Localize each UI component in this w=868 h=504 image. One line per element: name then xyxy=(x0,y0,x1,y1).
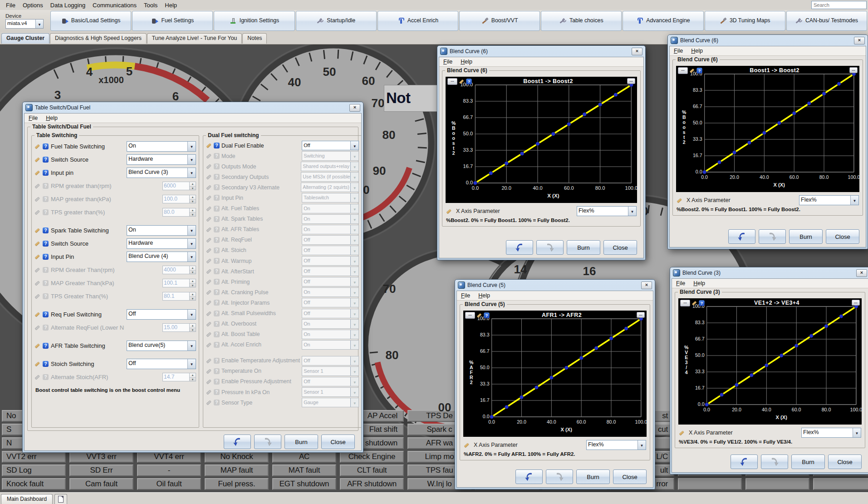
edit-icon[interactable] xyxy=(34,157,40,163)
x-axis-parameter-select[interactable]: Flex% xyxy=(801,428,861,438)
menu-item[interactable]: Help xyxy=(46,115,58,121)
param-select[interactable]: Hardware xyxy=(127,154,196,165)
chart-more-button[interactable] xyxy=(849,67,858,73)
blend-curve-chart[interactable]: Boost1 -> Boost2 % B o o s t 2 100.083.3… xyxy=(676,66,859,192)
blend-curve-dialog[interactable]: Blend Curve (6) FileHelp Blend Curve (6)… xyxy=(437,45,646,260)
param-select[interactable]: Switching xyxy=(302,151,359,161)
menu-item[interactable]: Help xyxy=(693,280,705,287)
help-icon[interactable] xyxy=(43,343,49,349)
param-select[interactable]: Hardware xyxy=(127,238,196,249)
param-select[interactable]: Sensor 1 xyxy=(302,366,359,376)
blend-curve-chart[interactable]: Boost1 -> Boost2 % B o o s t 2 100.083.3… xyxy=(446,77,637,203)
chart-plot[interactable]: 100.083.366.750.033.316.70.00.020.040.06… xyxy=(678,298,862,425)
redo-button[interactable] xyxy=(759,229,786,244)
burn-button[interactable]: Burn xyxy=(791,455,825,469)
edit-icon[interactable] xyxy=(206,143,212,148)
dialog-titlebar[interactable]: Blend Curve (5) xyxy=(456,280,653,291)
param-select[interactable]: Gauge xyxy=(302,398,359,407)
param-select[interactable]: Off xyxy=(127,359,196,369)
menu-item[interactable]: File xyxy=(676,280,685,287)
help-icon[interactable] xyxy=(43,227,49,233)
new-dashboard-button[interactable] xyxy=(54,494,67,504)
toolbar-button[interactable]: Fuel Settings xyxy=(132,11,213,31)
param-spinner[interactable]: 80.0 xyxy=(162,208,196,217)
close-button[interactable]: Close xyxy=(321,435,355,449)
spinner-buttons[interactable] xyxy=(190,195,196,203)
param-select[interactable]: On xyxy=(302,287,359,297)
blend-curve-chart[interactable]: VE1+2 -> VE3+4 % V E 3 / 4 100.083.366.7… xyxy=(678,298,862,425)
menu-item[interactable]: Tools xyxy=(141,1,161,10)
param-select[interactable]: Sensor 1 xyxy=(302,387,359,397)
param-select[interactable]: On xyxy=(302,340,359,350)
edit-icon[interactable] xyxy=(679,430,685,436)
undo-button[interactable] xyxy=(224,435,251,449)
x-axis-parameter-select[interactable]: Flex% xyxy=(799,195,859,205)
redo-button[interactable] xyxy=(761,455,788,469)
menu-item[interactable]: Help xyxy=(691,48,703,54)
param-select[interactable]: Use MS3x (if possible) xyxy=(301,172,359,182)
param-spinner[interactable]: 80.1 xyxy=(162,292,196,301)
help-icon[interactable] xyxy=(484,312,489,318)
dialog-titlebar[interactable]: Blend Curve (6) xyxy=(439,46,644,57)
dialog-titlebar[interactable]: Blend Curve (6) xyxy=(669,35,866,46)
chart-more-button[interactable] xyxy=(852,300,860,306)
param-spinner[interactable]: 100.0 xyxy=(162,195,196,203)
edit-icon[interactable] xyxy=(476,312,482,318)
menu-item[interactable]: Help xyxy=(478,292,490,299)
close-icon[interactable] xyxy=(641,282,652,289)
menu-item[interactable]: File xyxy=(443,59,452,65)
close-icon[interactable] xyxy=(856,269,867,277)
blend-curve-chart[interactable]: AFR1 -> AFR2 % A F R 2 100.083.366.750.0… xyxy=(463,311,647,437)
undo-button[interactable] xyxy=(731,455,758,469)
burn-button[interactable]: Burn xyxy=(284,435,318,449)
param-select[interactable]: Off xyxy=(302,235,359,245)
spinner-buttons[interactable] xyxy=(190,279,196,287)
help-icon[interactable] xyxy=(43,157,49,163)
param-select[interactable]: Off xyxy=(302,256,359,266)
param-select[interactable]: On xyxy=(302,319,359,329)
redo-button[interactable] xyxy=(546,469,573,484)
edit-icon[interactable] xyxy=(34,343,40,349)
edit-icon[interactable] xyxy=(34,227,40,233)
param-spinner[interactable]: 100.1 xyxy=(162,279,196,287)
edit-icon[interactable] xyxy=(34,143,40,149)
search-input[interactable] xyxy=(811,1,867,9)
param-select[interactable]: Shared outputs+relay xyxy=(301,162,359,171)
param-select[interactable]: Off xyxy=(302,267,359,276)
help-icon[interactable] xyxy=(43,143,49,149)
spinner-buttons[interactable] xyxy=(190,182,196,190)
menu-item[interactable]: Help xyxy=(162,1,180,10)
chart-more-button[interactable] xyxy=(627,78,635,84)
help-icon[interactable] xyxy=(43,361,49,367)
x-axis-parameter-select[interactable]: Flex% xyxy=(586,440,646,450)
param-spinner[interactable]: 4000 xyxy=(162,266,196,274)
toolbar-button[interactable]: Accel Enrich xyxy=(378,11,458,31)
param-select[interactable]: Blend curve(5) xyxy=(127,341,196,351)
spinner-buttons[interactable] xyxy=(190,323,196,332)
table-switch-dialog[interactable]: Table Switch/Dual Fuel FileHelp Table Sw… xyxy=(22,102,363,453)
spinner-buttons[interactable] xyxy=(190,266,196,274)
x-axis-parameter-select[interactable]: Flex% xyxy=(577,206,637,216)
param-select[interactable]: Off xyxy=(302,309,359,318)
menu-item[interactable]: Communications xyxy=(89,1,140,10)
chart-options-button[interactable] xyxy=(678,67,688,74)
edit-icon[interactable] xyxy=(464,442,470,448)
edit-icon[interactable] xyxy=(34,311,40,317)
menu-item[interactable]: File xyxy=(461,292,470,299)
menu-item[interactable]: File xyxy=(3,1,19,10)
param-select[interactable]: Off xyxy=(302,377,359,386)
help-icon[interactable] xyxy=(43,170,49,176)
chart-plot[interactable]: 100.083.366.750.033.316.70.00.020.040.06… xyxy=(463,311,647,437)
redo-button[interactable] xyxy=(254,435,281,449)
chart-more-button[interactable] xyxy=(637,312,645,318)
close-button[interactable]: Close xyxy=(613,469,647,484)
close-icon[interactable] xyxy=(349,104,360,112)
edit-icon[interactable] xyxy=(34,170,40,176)
param-select[interactable]: Off xyxy=(302,141,359,150)
edit-icon[interactable] xyxy=(34,254,40,260)
toolbar-button[interactable]: 3D Tuning Maps xyxy=(705,11,785,31)
help-icon[interactable] xyxy=(43,241,49,247)
toolbar-button[interactable]: Table choices xyxy=(541,11,622,31)
param-select[interactable]: Tableswitch xyxy=(302,193,359,203)
help-icon[interactable] xyxy=(43,311,49,317)
